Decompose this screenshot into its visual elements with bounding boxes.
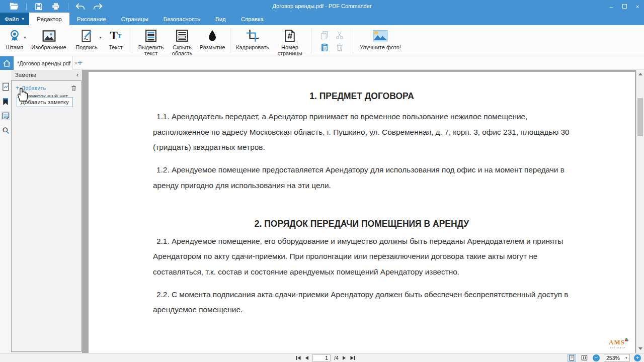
file-menu-label: Файл [5,16,19,22]
toolbar-separator [311,28,311,53]
maximize-button[interactable] [618,0,631,13]
document-tab[interactable]: *Договор аренды.pdf × [14,56,73,70]
titlebar-divider [68,3,68,10]
main-area: Заметки ‹ + Добавить Заметок ещё нет Доб… [0,70,644,353]
file-menu-button[interactable]: Файл ▼ [0,13,29,25]
notes-panel-title: Заметки [15,72,36,78]
next-page-button[interactable] [342,355,347,360]
bookmarks-panel-icon[interactable] [1,97,10,106]
scroll-up-icon[interactable] [638,73,642,75]
maximize-icon [622,4,627,9]
menu-tab-view[interactable]: Вид [208,13,233,25]
chevron-down-icon: ▼ [21,17,25,21]
enhance-photo-icon [373,28,388,43]
menu-tab-security[interactable]: Безопасность [156,13,208,25]
paste-icon[interactable] [319,42,330,52]
ams-watermark: AMS software [609,339,627,350]
home-button[interactable] [0,56,14,70]
vertical-scrollbar[interactable] [636,70,644,353]
menubar: Файл ▼ Редактор Рисование Страницы Безоп… [0,13,644,25]
menu-tab-help[interactable]: Справка [233,13,271,25]
hide-area-icon [176,28,189,43]
hide-area-button[interactable]: Скрыть область [167,27,198,56]
search-icon[interactable] [1,126,10,135]
menu-tab-pages[interactable]: Страницы [114,13,156,25]
page-number-input[interactable] [312,354,331,361]
copy-icon[interactable] [319,30,330,40]
zoom-in-button[interactable]: + [634,354,641,361]
stamp-button[interactable]: Штамп ▼ [2,27,27,51]
redo-icon[interactable] [93,2,103,11]
notes-list-box: + Добавить Заметок ещё нет Добавить заме… [11,80,82,352]
previous-page-button[interactable] [304,355,309,360]
minimize-icon: – [610,4,613,10]
blur-button[interactable]: Размытие [198,27,227,51]
clipboard-group [315,30,349,52]
toolbar-separator [132,28,132,53]
document-heading: 2. ПОРЯДОК ПЕРЕДАЧИ ПОМЕЩЕНИЯ В АРЕНДУ [153,218,571,230]
home-icon [3,59,11,67]
document-paragraph: 2.2. С момента подписания акта сдачи-при… [153,287,571,318]
titlebar-divider [26,3,27,10]
crop-icon [246,28,259,43]
titlebar-quick-actions [0,0,103,13]
zoom-level-select[interactable]: 253% ▼ [604,354,630,361]
text-button[interactable]: Tт Текст [103,27,129,51]
hand-cursor [15,86,28,104]
enhance-photo-button[interactable]: Улучшите фото! [356,27,405,51]
page-number-button[interactable]: Номер страницы [272,27,308,56]
thumbnails-panel-icon[interactable] [1,82,10,91]
print-icon[interactable] [51,2,61,11]
delete-note-icon[interactable] [70,84,77,94]
new-tab-button[interactable]: + [75,58,85,67]
notes-panel: Заметки ‹ + Добавить Заметок ещё нет Доб… [11,70,82,353]
insert-image-button[interactable]: Изображение [27,27,70,51]
fit-page-button[interactable] [568,354,576,362]
first-page-button[interactable] [296,355,301,360]
watermark-pinwheel-icon [625,339,627,341]
page-number-icon [284,28,296,43]
statusbar: /4 − 253% ▼ + [0,353,644,362]
window-controls: – × [605,0,644,13]
open-file-icon[interactable] [9,2,19,11]
fit-width-button[interactable] [580,354,589,362]
editor-toolbar: Штамп ▼ Изображение Подпись ▼ Tт Текст [0,25,644,56]
chevron-down-icon[interactable]: ▼ [99,36,102,39]
image-icon [42,28,56,43]
toolbar-separator [353,28,353,53]
sidebar-icon-strip [0,70,11,353]
undo-icon[interactable] [75,2,86,11]
zoom-controls: − 253% ▼ + [568,353,641,362]
close-button[interactable]: × [631,0,644,13]
chevron-down-icon[interactable]: ▼ [23,36,27,39]
stamp-icon [8,28,21,43]
document-area: 1. ПРЕДМЕТ ДОГОВОРА 1.1. Арендодатель пе… [82,70,644,353]
chevron-down-icon: ▼ [625,356,629,359]
zoom-level-value: 253% [604,355,620,361]
delete-icon[interactable] [335,42,345,52]
notes-panel-header: Заметки ‹ [11,70,82,80]
crop-button[interactable]: Кадрировать [233,27,272,51]
zoom-out-button[interactable]: − [593,354,600,361]
save-icon[interactable] [34,2,44,11]
cut-icon[interactable] [335,30,345,40]
collapse-panel-icon[interactable]: ‹ [76,71,78,78]
document-paragraph: 1.2. Арендуемое помещение предоставляетс… [153,162,571,193]
highlight-text-button[interactable]: Выделить текст [135,27,167,56]
pdf-page[interactable]: 1. ПРЕДМЕТ ДОГОВОРА 1.1. Арендодатель пе… [89,72,635,353]
scrollbar-thumb[interactable] [637,98,643,136]
titlebar: Договор аренды.pdf - PDF Commander – × [0,0,644,13]
minimize-button[interactable]: – [605,0,618,13]
menu-tab-editor[interactable]: Редактор [29,13,69,25]
close-icon: × [636,4,639,10]
last-page-button[interactable] [350,355,355,360]
pdf-commander-window: Договор аренды.pdf - PDF Commander – × Ф… [0,0,644,362]
menu-tab-drawing[interactable]: Рисование [69,13,114,25]
toolbar-separator [230,28,230,53]
notes-panel-icon[interactable] [1,111,10,120]
document-tab-label: *Договор аренды.pdf [17,60,70,66]
scroll-down-icon[interactable] [638,347,642,350]
document-heading: 1. ПРЕДМЕТ ДОГОВОРА [153,90,571,102]
signature-button[interactable]: Подпись ▼ [70,27,103,51]
page-navigation: /4 [296,353,355,362]
